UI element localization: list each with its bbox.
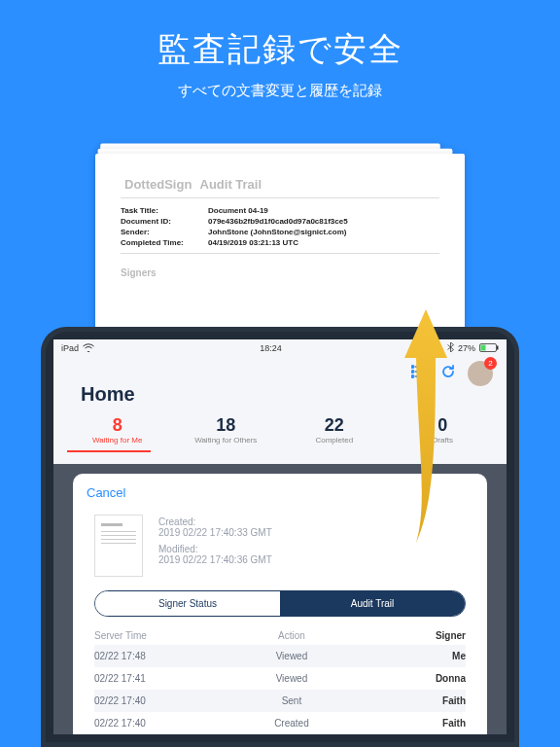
bluetooth-icon [447,342,454,354]
sender-label: Sender: [121,228,208,236]
divider [121,253,439,254]
divider [121,197,439,198]
sender-value: JohnStone (JohnStone@signict.com) [208,228,346,236]
svg-point-7 [412,371,414,373]
refresh-icon[interactable] [440,364,456,383]
tablet-frame: iPad 18:24 27% [41,327,519,747]
created-label: Created: [158,516,272,527]
audit-table: Server TimeActionSigner 02/22 17:48Viewe… [73,626,487,734]
doc-meta: Created: 2019 02/22 17:40:33 GMT Modifie… [158,515,272,577]
doc-brand: DottedSign Audit Trail [121,175,439,192]
notif-badge: 2 [484,357,497,370]
top-actions: 2 [411,361,493,386]
table-row: 02/22 17:48ViewedMe [94,645,466,667]
modified-label: Modified: [158,544,272,554]
page-title: Home [81,383,507,406]
completed-label: Completed Time: [121,238,208,247]
created-value: 2019 02/22 17:40:33 GMT [158,527,272,538]
doc-brand-name: DottedSign [124,177,192,192]
completed-value: 04/19/2019 03:21:13 UTC [208,238,298,247]
battery-pct: 27% [458,343,475,353]
hero-subtitle: すべての文書変更と履歴を記録 [0,82,560,100]
status-bar: iPad 18:24 27% [53,339,507,354]
active-tab-underline [67,450,151,452]
svg-point-6 [412,366,414,368]
task-value: Document 04-19 [208,206,268,215]
table-row: 02/22 17:40CreatedFaith [94,712,466,734]
stat-waiting-me[interactable]: 8Waiting for Me [63,415,172,445]
stat-waiting-others[interactable]: 18Waiting for Others [172,415,281,445]
table-row: 02/22 17:41ViewedDonna [94,667,466,690]
list-icon[interactable] [411,365,429,382]
stat-drafts[interactable]: 0Drafts [389,415,498,445]
modified-value: 2019 02/22 17:40:36 GMT [158,554,272,565]
svg-rect-2 [497,345,499,349]
clock: 18:24 [260,343,282,353]
svg-point-8 [412,375,414,377]
wifi-icon [83,343,94,354]
segment-control: Signer Status Audit Trail [94,590,466,617]
svg-rect-1 [481,344,486,350]
detail-modal: Cancel Created: 2019 02/22 17:40:33 GMT … [73,474,487,734]
th-time: Server Time [94,630,233,641]
cancel-button[interactable]: Cancel [87,485,125,500]
device-label: iPad [61,343,79,353]
battery-icon [479,343,499,354]
docid-value: 079e436b2fb9d1f0cad0d97a0c81f3ce5 [208,217,348,226]
th-action: Action [233,630,349,641]
doc-brand-sub: Audit Trail [200,177,262,192]
stat-completed[interactable]: 22Completed [280,415,389,445]
table-row: 02/22 17:40SentFaith [94,690,466,712]
signers-heading: Signers [121,267,439,278]
avatar[interactable]: 2 [468,361,493,386]
stats-row: 8Waiting for Me 18Waiting for Others 22C… [53,415,507,445]
tablet-screen: iPad 18:24 27% [53,339,507,734]
tab-signer-status[interactable]: Signer Status [95,591,280,616]
task-label: Task Title: [121,206,208,215]
tab-audit-trail[interactable]: Audit Trail [280,591,465,616]
doc-thumbnail[interactable] [94,515,143,577]
docid-label: Document ID: [121,217,208,226]
hero: 監査記録で安全 すべての文書変更と履歴を記録 [0,0,560,100]
hero-title: 監査記録で安全 [0,27,560,72]
th-signer: Signer [350,630,466,641]
